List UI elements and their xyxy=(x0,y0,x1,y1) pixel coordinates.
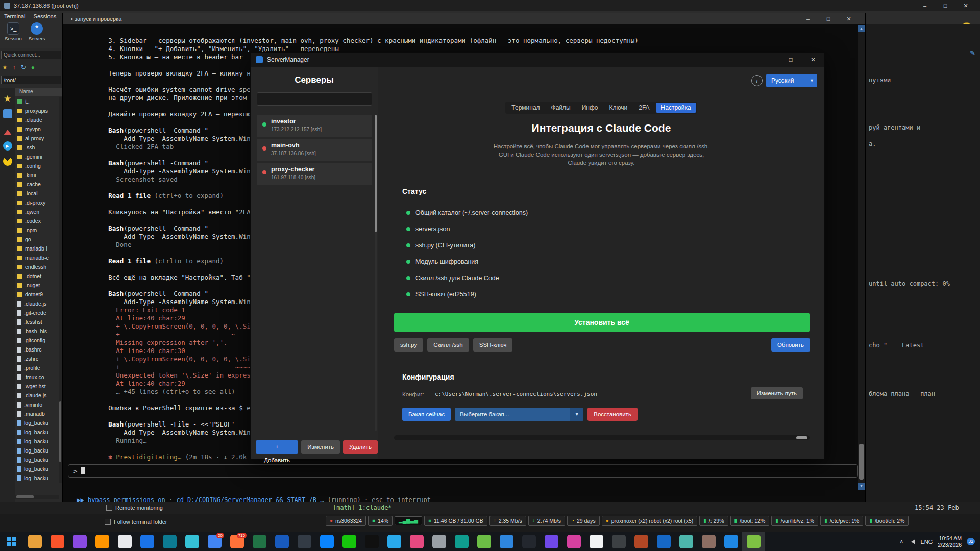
sidebar-scrollbar[interactable] xyxy=(375,115,377,431)
taskbar-app-icon[interactable] xyxy=(271,532,293,551)
tab[interactable]: Инфо xyxy=(577,103,603,113)
server-list-item[interactable]: proxy-checker 161.97.118.40 [ssh] xyxy=(257,163,372,185)
taskbar-app-icon[interactable] xyxy=(518,532,540,551)
tree-item[interactable]: .lesshst xyxy=(15,317,59,327)
tree-item[interactable]: .cache xyxy=(15,180,59,189)
taskbar-app-icon[interactable] xyxy=(652,532,675,551)
tree-item[interactable]: .viminfo xyxy=(15,400,59,409)
tab[interactable]: Ключи xyxy=(604,103,633,113)
tree-item[interactable]: .zshrc xyxy=(15,354,59,363)
tree-horizontal-scrollbar[interactable] xyxy=(15,495,59,499)
sm-close-button[interactable]: ✕ xyxy=(802,53,824,67)
server-search-input[interactable] xyxy=(257,92,372,106)
delete-server-button[interactable]: Удалить xyxy=(343,440,378,454)
edit-server-button[interactable]: Изменить xyxy=(301,440,340,454)
tree-item[interactable]: .git-crede xyxy=(15,308,59,317)
tree-item[interactable]: dotnet9 xyxy=(15,290,59,299)
taskbar-app-icon[interactable] xyxy=(360,532,383,551)
taskbar-app-icon[interactable] xyxy=(720,532,742,551)
tray-segment[interactable]: ↑ 2.35 Mb/s xyxy=(489,516,526,526)
tree-item[interactable]: endlessh xyxy=(15,262,59,271)
taskbar-clock[interactable]: 10:54 AM 2/23/2026 xyxy=(938,535,962,548)
tree-item[interactable]: .bash_his xyxy=(15,327,59,336)
taskbar-app-icon[interactable] xyxy=(91,532,113,551)
tree-item[interactable]: .profile xyxy=(15,363,59,372)
taskbar-app-icon[interactable] xyxy=(68,532,91,551)
taskbar-app-icon[interactable] xyxy=(540,532,562,551)
taskbar-app-icon[interactable] xyxy=(450,532,473,551)
tray-segment[interactable]: ◔ 29 days xyxy=(567,516,600,526)
tree-item[interactable]: .nuget xyxy=(15,281,59,290)
sm-minimize-button[interactable]: – xyxy=(757,53,779,67)
taskbar-app-icon[interactable] xyxy=(495,532,518,551)
tray-segment[interactable]: ▮ /: 29% xyxy=(699,516,728,526)
tab[interactable]: 2FA xyxy=(633,103,654,113)
tree-item[interactable]: .tmux.co xyxy=(15,372,59,382)
tab[interactable]: Настройка xyxy=(656,103,696,113)
tree-item[interactable]: .gitconfig xyxy=(15,336,59,345)
favorite-star-icon[interactable]: ★ xyxy=(2,63,8,71)
tree-item[interactable]: log_backu xyxy=(15,455,59,464)
taskbar-app-icon[interactable]: 20 xyxy=(203,532,226,551)
upload-icon[interactable]: ↑ xyxy=(13,63,16,71)
tree-item[interactable]: myvpn xyxy=(15,124,59,134)
backup-now-button[interactable]: Бэкап сейчас xyxy=(402,408,451,421)
servers-button[interactable]: * Servers xyxy=(26,22,48,41)
install-all-button[interactable]: Установить всё xyxy=(394,313,810,332)
add-server-button[interactable]: + Добавить xyxy=(256,440,298,454)
taskbar-app-icon[interactable] xyxy=(158,532,181,551)
component-button[interactable]: ssh.py xyxy=(394,338,423,352)
terminal-close-button[interactable]: ✕ xyxy=(839,13,859,24)
language-select[interactable]: Русский ▼ xyxy=(766,74,817,87)
tree-item[interactable]: mariadb-i xyxy=(15,244,59,253)
tree-item[interactable]: log_backu xyxy=(15,473,59,483)
pacman-icon[interactable] xyxy=(3,157,12,166)
taskbar-app-icon[interactable] xyxy=(473,532,495,551)
path-input[interactable] xyxy=(1,76,61,84)
tree-item[interactable]: .wget-hst xyxy=(15,382,59,391)
tree-vertical-scrollbar[interactable] xyxy=(59,97,62,483)
taskbar-app-icon[interactable] xyxy=(46,532,68,551)
taskbar-app-icon[interactable] xyxy=(315,532,338,551)
tree-item[interactable]: log_backu xyxy=(15,437,59,446)
component-button[interactable]: Скилл /ssh xyxy=(427,338,469,352)
taskbar-app-icon[interactable] xyxy=(742,532,765,551)
taskbar-app-icon[interactable]: 715 xyxy=(226,532,248,551)
sm-maximize-button[interactable]: □ xyxy=(779,53,802,67)
server-list-item[interactable]: main-ovh 37.187.136.86 [ssh] xyxy=(257,139,372,161)
tree-item[interactable]: .di-proxy xyxy=(15,198,59,207)
component-button[interactable]: SSH-ключ xyxy=(473,338,513,352)
session-button[interactable]: >_ Session xyxy=(2,22,24,41)
keyboard-layout-indicator[interactable]: ENG xyxy=(920,539,933,545)
favorites-star-icon[interactable]: ★ xyxy=(3,94,12,103)
status-dot-icon[interactable]: ● xyxy=(31,63,35,71)
tree-item[interactable]: .qwen xyxy=(15,207,59,216)
tree-item[interactable]: go xyxy=(15,235,59,244)
refresh-button[interactable]: Обновить xyxy=(771,338,810,352)
terminal-prompt-input[interactable]: > xyxy=(68,464,858,478)
taskbar-app-icon[interactable] xyxy=(405,532,428,551)
tree-column-header[interactable]: Name xyxy=(15,88,62,96)
start-button[interactable] xyxy=(0,532,23,551)
host-close-button[interactable]: ✕ xyxy=(955,0,976,11)
tray-segment[interactable]: ● ns3063324 xyxy=(326,516,366,526)
taskbar-app-icon[interactable] xyxy=(181,532,203,551)
tree-item[interactable]: log_backu xyxy=(15,446,59,455)
terminal-scrollbar[interactable]: ▲ ▼ xyxy=(858,25,865,490)
taskbar-app-icon[interactable] xyxy=(383,532,405,551)
notification-count-badge[interactable]: 32 xyxy=(967,538,975,545)
backup-select[interactable]: Выберите бэкап... ▼ xyxy=(455,408,583,421)
upload-arrow-icon[interactable] xyxy=(4,126,12,135)
host-minimize-button[interactable]: – xyxy=(915,0,935,11)
tree-item[interactable]: .claude xyxy=(15,115,59,124)
tree-item[interactable]: .claude.js xyxy=(15,299,59,308)
taskbar-app-icon[interactable] xyxy=(630,532,652,551)
tree-item[interactable]: log_backu xyxy=(15,464,59,473)
tree-item[interactable]: .claude.js xyxy=(15,391,59,400)
host-maximize-button[interactable]: □ xyxy=(935,0,955,11)
telegram-icon[interactable]: ▶ xyxy=(3,141,12,151)
tray-segment[interactable]: ↓ 2.74 Mb/s xyxy=(528,516,565,526)
terminal-minimize-button[interactable]: – xyxy=(798,13,818,24)
follow-terminal-folder-checkbox[interactable]: Follow terminal folder xyxy=(105,519,167,525)
tree-item[interactable]: .codex xyxy=(15,216,59,226)
